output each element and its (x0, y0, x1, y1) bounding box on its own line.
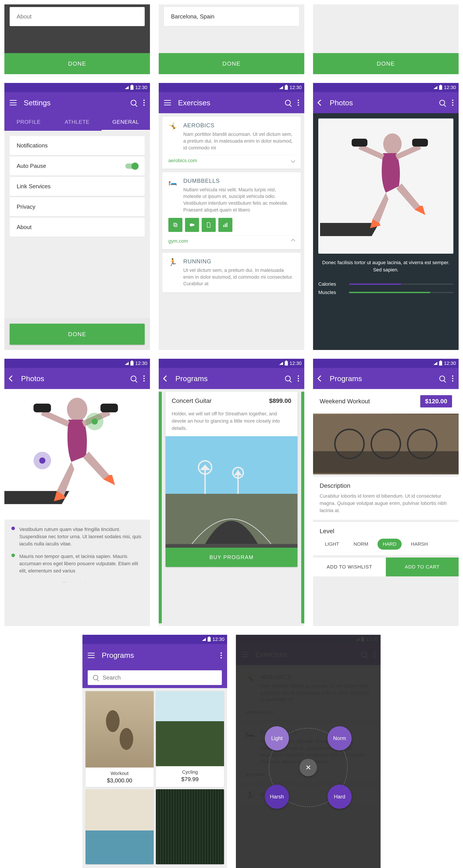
more-icon[interactable] (143, 375, 145, 381)
location-row[interactable]: Barcelona, Spain (164, 7, 299, 26)
status-bar: 12:30 (159, 359, 304, 368)
program-name: Weekend Workout (320, 398, 370, 405)
page-title: Photos (330, 98, 432, 107)
page-indicator[interactable]: — · · · · · (11, 580, 143, 584)
done-button[interactable]: DONE (313, 53, 459, 74)
filter-norm[interactable]: Norm (328, 726, 352, 750)
auto-pause-switch[interactable] (125, 163, 138, 169)
add-wishlist-button[interactable]: ADD TO WISHLIST (313, 558, 386, 577)
tab-general[interactable]: GENERAL (101, 113, 150, 131)
menu-icon[interactable] (88, 653, 95, 658)
filter-close[interactable]: ✕ (299, 759, 317, 776)
menu-icon[interactable] (164, 100, 171, 105)
copy-button[interactable] (168, 218, 183, 232)
more-icon[interactable] (143, 100, 145, 106)
search-input[interactable] (103, 674, 217, 681)
search-icon[interactable] (285, 376, 291, 381)
filter-ring: Light Norm Harsh Hard ✕ (269, 728, 348, 807)
back-icon[interactable] (318, 100, 324, 106)
svg-rect-9 (412, 139, 428, 147)
exercise-aerobics[interactable]: 🤸AEROBICSNam porttitor blandit accumsan.… (162, 117, 301, 168)
battery-icon (285, 85, 288, 90)
search-icon[interactable] (131, 100, 136, 105)
program-grid-item[interactable] (86, 789, 154, 864)
app-bar: Programs (82, 644, 227, 688)
exercise-link[interactable]: gym.com (168, 238, 188, 244)
search-icon (93, 675, 98, 680)
done-button[interactable]: DONE (159, 53, 304, 74)
buy-program-button[interactable]: BUY PROGRAM (166, 548, 297, 567)
meter-calories: Calories (318, 281, 453, 287)
about-field[interactable] (10, 7, 145, 26)
done-button[interactable]: DONE (4, 53, 150, 74)
filter-light[interactable]: Light (265, 726, 289, 750)
program-price: $899.00 (269, 397, 291, 404)
svg-point-26 (120, 728, 133, 750)
filter-harsh[interactable]: Harsh (265, 785, 289, 809)
level-norm[interactable]: NORM (349, 539, 373, 550)
tab-profile[interactable]: PROFILE (4, 113, 53, 131)
exercise-running[interactable]: 🏃RUNNINGUt vel dictum sem, a pretium dui… (162, 253, 301, 292)
back-icon[interactable] (318, 375, 324, 381)
done-button[interactable]: DONE (10, 323, 145, 345)
program-price: $120.00 (420, 395, 452, 407)
add-cart-button[interactable]: ADD TO CART (386, 558, 459, 577)
program-grid-workout[interactable]: Workout$3,000.00 (86, 691, 154, 787)
search-icon[interactable] (285, 100, 291, 105)
photos-light-screen: 12:30 Photos Vestibulum rutrum quam vita… (4, 359, 150, 626)
more-icon[interactable] (298, 375, 299, 381)
settings-link-services[interactable]: Link Services (10, 177, 145, 196)
level-hard[interactable]: HARD (377, 539, 402, 550)
program-desc: Holder, we will set off for Streatham to… (166, 410, 297, 436)
programs-card-screen: 12:30 Programs Concert Guitar$899.00 Hol… (159, 359, 304, 626)
signal-icon (433, 362, 437, 365)
level-harsh[interactable]: HARSH (405, 539, 433, 550)
partial-location: Barcelona, Spain DONE (159, 4, 304, 74)
more-icon[interactable] (221, 652, 222, 658)
programs-grid-screen: 12:30 Programs Workout$3,000.00 Cycling$… (82, 635, 227, 868)
program-grid-item[interactable] (156, 789, 224, 864)
exercise-dumbbells[interactable]: 🛏️DUMBBELLSNullam vehicula nisi velit. M… (162, 172, 301, 249)
settings-auto-pause[interactable]: Auto Pause (10, 156, 145, 176)
filter-overlay[interactable]: Light Norm Harsh Hard ✕ (236, 635, 381, 868)
menu-icon[interactable] (10, 100, 16, 105)
chevron-down-icon[interactable] (291, 158, 295, 163)
filter-hard[interactable]: Hard (328, 785, 352, 809)
svg-point-7 (383, 133, 402, 154)
search-icon[interactable] (439, 376, 445, 381)
marker-purple[interactable] (34, 452, 51, 469)
search-icon[interactable] (439, 100, 445, 105)
settings-notifications[interactable]: Notifications (10, 136, 145, 155)
partial-about: DONE (4, 4, 150, 74)
program-card[interactable]: Concert Guitar$899.00 Holder, we will se… (166, 392, 297, 567)
page-title: Settings (24, 98, 124, 107)
next-card-peek[interactable] (301, 392, 304, 623)
program-grid-cycling[interactable]: Cycling$79.99 (156, 691, 224, 787)
file-button[interactable] (202, 218, 216, 232)
more-icon[interactable] (452, 100, 453, 106)
exercise-link[interactable]: aerobics.com (168, 158, 197, 163)
prev-card-peek[interactable] (159, 392, 162, 623)
status-time: 12:30 (290, 85, 302, 90)
level-light[interactable]: LIGHT (320, 539, 344, 550)
tab-athlete[interactable]: ATHLETE (53, 113, 101, 131)
settings-privacy[interactable]: Privacy (10, 197, 145, 216)
note-dot-icon (11, 527, 15, 530)
more-icon[interactable] (452, 375, 453, 381)
search-bar[interactable] (88, 670, 222, 685)
svg-rect-13 (100, 404, 118, 412)
back-icon[interactable] (9, 375, 15, 381)
settings-about[interactable]: About (10, 218, 145, 237)
back-icon[interactable] (163, 375, 169, 381)
stats-button[interactable] (218, 218, 232, 232)
search-icon[interactable] (131, 376, 136, 381)
svg-rect-6 (320, 223, 379, 236)
chevron-up-icon[interactable] (291, 239, 295, 243)
about-input[interactable] (16, 13, 138, 20)
status-bar: 12:30 (159, 83, 304, 92)
marker-green[interactable] (86, 413, 103, 430)
level-card: Level LIGHT NORM HARD HARSH (313, 522, 459, 555)
video-button[interactable] (185, 218, 199, 232)
app-bar: Settings (4, 92, 150, 113)
more-icon[interactable] (298, 100, 299, 106)
